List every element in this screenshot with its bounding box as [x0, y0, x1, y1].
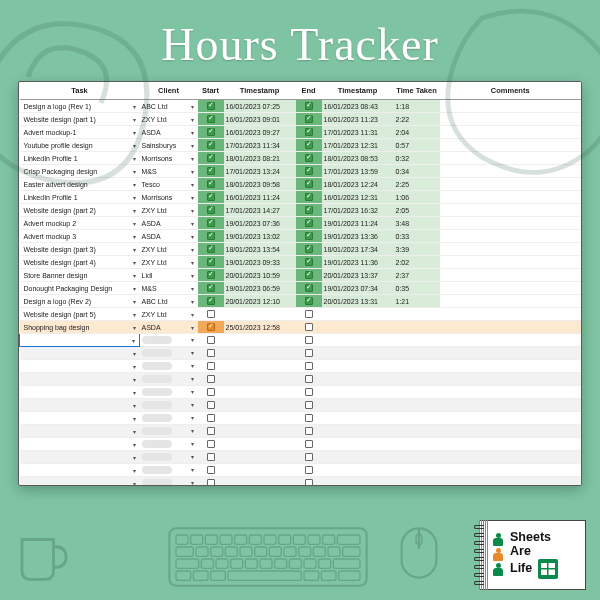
cell-comments[interactable] [440, 412, 582, 425]
cell-timestamp-start[interactable] [224, 373, 296, 386]
table-row[interactable]: Advert mockup-1▾ASDA▾16/01/2023 09:2717/… [20, 126, 582, 139]
cell-end[interactable] [296, 386, 322, 399]
cell-start[interactable] [198, 165, 224, 178]
cell-timestamp-end[interactable]: 20/01/2023 13:37 [322, 269, 394, 282]
cell-timestamp-end[interactable]: 20/01/2023 13:31 [322, 295, 394, 308]
cell-timestamp-start[interactable] [224, 386, 296, 399]
cell-start[interactable] [198, 178, 224, 191]
cell-timestamp-start[interactable] [224, 451, 296, 464]
cell-client[interactable]: ASDA▾ [140, 230, 198, 243]
cell-timestamp-start[interactable]: 20/01/2023 10:59 [224, 269, 296, 282]
cell-start[interactable] [198, 451, 224, 464]
cell-comments[interactable] [440, 256, 582, 269]
cell-time-taken[interactable] [394, 464, 440, 477]
cell-timestamp-end[interactable] [322, 412, 394, 425]
cell-end[interactable] [296, 321, 322, 334]
cell-client[interactable]: ▾ [140, 334, 198, 347]
col-end[interactable]: End [296, 82, 322, 100]
cell-time-taken[interactable]: 2:02 [394, 256, 440, 269]
cell-start[interactable] [198, 360, 224, 373]
chevron-down-icon[interactable]: ▾ [133, 480, 136, 487]
table-row[interactable]: Website design (part 5)▾ZXY Ltd▾ [20, 308, 582, 321]
cell-comments[interactable] [440, 113, 582, 126]
cell-time-taken[interactable]: 2:04 [394, 126, 440, 139]
cell-timestamp-end[interactable]: 19/01/2023 11:36 [322, 256, 394, 269]
cell-comments[interactable] [440, 165, 582, 178]
checkbox-icon[interactable] [207, 206, 215, 214]
cell-timestamp-start[interactable]: 16/01/2023 09:01 [224, 113, 296, 126]
cell-time-taken[interactable] [394, 386, 440, 399]
checkbox-icon[interactable] [207, 167, 215, 175]
cell-timestamp-start[interactable]: 19/01/2023 09:33 [224, 256, 296, 269]
cell-client[interactable]: ZXY Ltd▾ [140, 308, 198, 321]
chevron-down-icon[interactable]: ▾ [133, 324, 136, 331]
cell-client[interactable]: ▾ [140, 464, 198, 477]
cell-comments[interactable] [440, 282, 582, 295]
chevron-down-icon[interactable]: ▾ [191, 207, 194, 214]
cell-timestamp-start[interactable] [224, 308, 296, 321]
cell-start[interactable] [198, 243, 224, 256]
cell-task[interactable]: Website design (part 5)▾ [20, 308, 140, 321]
cell-start[interactable] [198, 321, 224, 334]
table-row[interactable]: ▾▾ [20, 438, 582, 451]
cell-task[interactable]: Website design (part 1)▾ [20, 113, 140, 126]
cell-end[interactable] [296, 243, 322, 256]
chevron-down-icon[interactable]: ▾ [191, 362, 194, 369]
table-row[interactable]: ▾▾ [20, 360, 582, 373]
cell-comments[interactable] [440, 152, 582, 165]
cell-comments[interactable] [440, 178, 582, 191]
cell-end[interactable] [296, 165, 322, 178]
cell-task[interactable]: Crisp Packaging design▾ [20, 165, 140, 178]
chevron-down-icon[interactable]: ▾ [133, 116, 136, 123]
checkbox-icon[interactable] [305, 479, 313, 487]
cell-comments[interactable] [440, 321, 582, 334]
table-row[interactable]: ▾▾ [20, 464, 582, 477]
cell-client[interactable]: ▾ [140, 438, 198, 451]
cell-time-taken[interactable] [394, 321, 440, 334]
cell-end[interactable] [296, 217, 322, 230]
cell-task[interactable]: Website design (part 2)▾ [20, 204, 140, 217]
cell-client[interactable]: ZXY Ltd▾ [140, 204, 198, 217]
table-row[interactable]: Website design (part 1)▾ZXY Ltd▾16/01/20… [20, 113, 582, 126]
cell-end[interactable] [296, 334, 322, 347]
chevron-down-icon[interactable]: ▾ [133, 415, 136, 422]
cell-time-taken[interactable] [394, 399, 440, 412]
chevron-down-icon[interactable]: ▾ [191, 181, 194, 188]
table-row[interactable]: ▾▾ [20, 451, 582, 464]
chevron-down-icon[interactable]: ▾ [133, 376, 136, 383]
cell-start[interactable] [198, 386, 224, 399]
chevron-down-icon[interactable]: ▾ [191, 440, 194, 447]
chevron-down-icon[interactable]: ▾ [191, 220, 194, 227]
checkbox-icon[interactable] [305, 271, 313, 279]
cell-client[interactable]: ▾ [140, 425, 198, 438]
cell-end[interactable] [296, 438, 322, 451]
checkbox-icon[interactable] [207, 336, 215, 344]
cell-time-taken[interactable]: 0:57 [394, 139, 440, 152]
cell-end[interactable] [296, 126, 322, 139]
cell-task[interactable]: Design a logo (Rev 1)▾ [20, 100, 140, 113]
chevron-down-icon[interactable]: ▾ [191, 233, 194, 240]
cell-timestamp-end[interactable] [322, 438, 394, 451]
cell-end[interactable] [296, 399, 322, 412]
chevron-down-icon[interactable]: ▾ [191, 155, 194, 162]
cell-end[interactable] [296, 464, 322, 477]
cell-comments[interactable] [440, 204, 582, 217]
cell-client[interactable]: ZXY Ltd▾ [140, 113, 198, 126]
cell-start[interactable] [198, 100, 224, 113]
chevron-down-icon[interactable]: ▾ [133, 233, 136, 240]
checkbox-icon[interactable] [207, 466, 215, 474]
checkbox-icon[interactable] [207, 362, 215, 370]
cell-task[interactable]: ▾ [20, 347, 140, 360]
checkbox-icon[interactable] [207, 479, 215, 487]
cell-timestamp-start[interactable]: 19/01/2023 07:36 [224, 217, 296, 230]
cell-client[interactable]: ▾ [140, 360, 198, 373]
cell-comments[interactable] [440, 100, 582, 113]
chevron-down-icon[interactable]: ▾ [133, 272, 136, 279]
cell-time-taken[interactable] [394, 360, 440, 373]
cell-time-taken[interactable]: 0:34 [394, 165, 440, 178]
chevron-down-icon[interactable]: ▾ [191, 103, 194, 110]
cell-timestamp-start[interactable] [224, 464, 296, 477]
cell-timestamp-start[interactable]: 16/01/2023 09:27 [224, 126, 296, 139]
cell-time-taken[interactable]: 3:48 [394, 217, 440, 230]
cell-end[interactable] [296, 204, 322, 217]
